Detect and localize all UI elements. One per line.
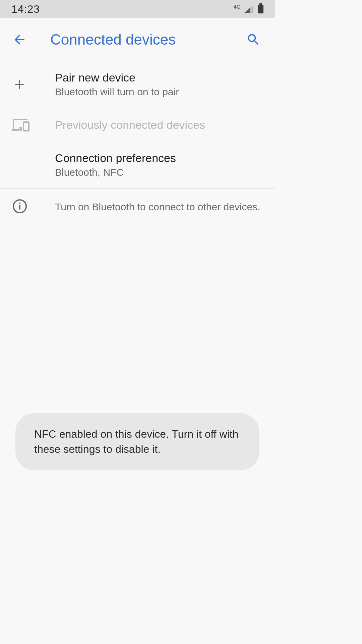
status-icons: 4G ↓↑: [234, 5, 263, 13]
plus-icon: [12, 77, 27, 92]
svg-rect-7: [19, 203, 20, 204]
toast: NFC enabled on this device. Turn it off …: [15, 413, 259, 470]
info-text: Turn on Bluetooth to connect to other de…: [55, 200, 263, 214]
battery-icon: [258, 5, 263, 13]
app-bar: Connected devices: [0, 18, 275, 61]
page-title: Connected devices: [50, 31, 244, 48]
prefs-subtitle: Bluetooth, NFC: [55, 167, 263, 178]
info-icon: [12, 199, 27, 214]
back-button[interactable]: [12, 32, 31, 47]
devices-icon: [12, 118, 29, 131]
arrow-back-icon: [12, 32, 27, 47]
svg-rect-2: [12, 129, 19, 131]
toast-text: NFC enabled on this device. Turn it off …: [34, 427, 241, 457]
search-button[interactable]: [244, 32, 263, 47]
previously-connected-item: Previously connected devices: [0, 108, 275, 142]
previous-title: Previously connected devices: [55, 118, 263, 131]
svg-rect-3: [19, 127, 22, 131]
connection-preferences-item[interactable]: Connection preferences Bluetooth, NFC: [0, 142, 275, 189]
bluetooth-info-item: Turn on Bluetooth to connect to other de…: [0, 189, 275, 224]
pair-title: Pair new device: [55, 71, 263, 84]
prefs-title: Connection preferences: [55, 152, 263, 165]
pair-subtitle: Bluetooth will turn on to pair: [55, 86, 263, 98]
status-time: 14:23: [11, 3, 40, 15]
svg-rect-4: [23, 122, 29, 131]
svg-rect-1: [13, 119, 14, 130]
network-arrows-icon: ↓↑: [235, 10, 239, 13]
status-bar: 14:23 4G ↓↑: [0, 0, 275, 18]
search-icon: [246, 32, 261, 47]
network-indicator: 4G ↓↑: [234, 5, 241, 13]
svg-rect-0: [13, 119, 27, 120]
pair-new-device-item[interactable]: Pair new device Bluetooth will turn on t…: [0, 61, 275, 108]
svg-rect-6: [19, 205, 20, 209]
signal-icon: [244, 5, 253, 13]
